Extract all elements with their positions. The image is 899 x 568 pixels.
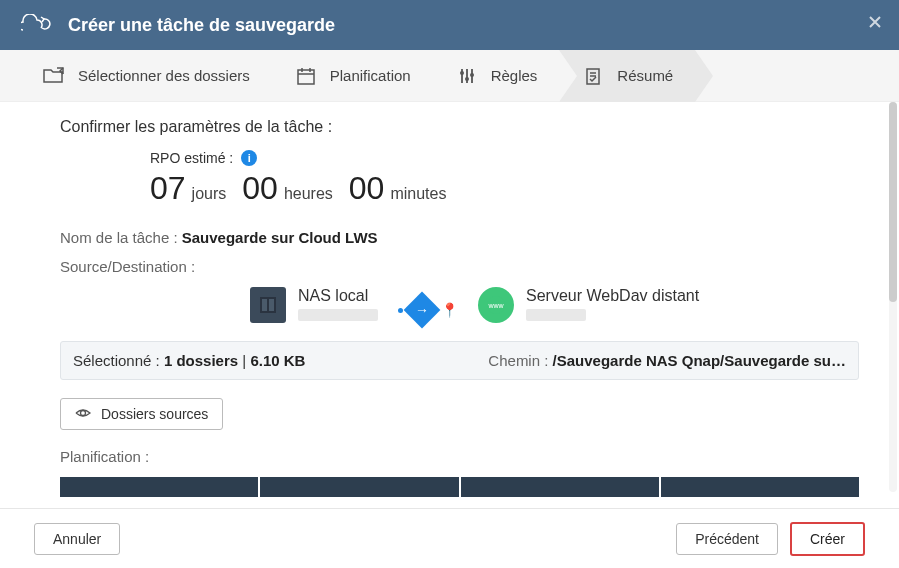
step-select-folders[interactable]: Sélectionner des dossiers [20,50,272,102]
rpo-hours-unit: heures [284,185,333,203]
nas-icon [250,287,286,323]
cancel-button[interactable]: Annuler [34,523,120,555]
rpo-days: 07 [150,170,186,207]
source-item: NAS local [250,287,378,323]
content-area: Confirmer les paramètres de la tâche : R… [0,102,899,508]
step-planning[interactable]: Planification [272,50,433,102]
source-dest-row: NAS local → 📍 www Serveur WebDav distant [250,287,859,323]
step-label: Résumé [617,67,673,84]
selected-size: 6.10 KB [250,352,305,369]
source-dest-label: Source/Destination : [60,258,859,275]
path-value: /Sauvegarde NAS Qnap/Sauvegarde su… [553,352,846,369]
source-folders-label: Dossiers sources [101,406,208,422]
close-button[interactable] [865,12,885,32]
calendar-icon [294,64,318,88]
step-rules[interactable]: Règles [433,50,560,102]
svg-text:www: www [487,302,504,309]
svg-rect-7 [269,299,274,311]
path-label: Chemin : [488,352,552,369]
planning-label: Planification : [60,448,859,465]
step-summary[interactable]: Résumé [559,50,695,102]
step-label: Planification [330,67,411,84]
arrow-icon: → [404,292,441,329]
task-name-label: Nom de la tâche : [60,229,178,246]
previous-button[interactable]: Précédent [676,523,778,555]
rpo-days-unit: jours [192,185,227,203]
info-icon[interactable]: i [241,150,257,166]
dialog-title: Créer une tâche de sauvegarde [68,15,335,36]
rpo-label: RPO estimé : [150,150,233,166]
svg-rect-6 [262,299,267,311]
step-label: Règles [491,67,538,84]
selection-right: Chemin : /Sauvegarde NAS Qnap/Sauvegarde… [488,352,846,369]
folder-select-icon [42,64,66,88]
wizard-steps: Sélectionner des dossiers Planification … [0,50,899,102]
source-sub-placeholder [298,309,378,321]
dest-name: Serveur WebDav distant [526,287,699,305]
task-name-row: Nom de la tâche : Sauvegarde sur Cloud L… [60,229,859,246]
rpo-minutes-unit: minutes [390,185,446,203]
create-button[interactable]: Créer [790,522,865,556]
summary-icon [581,64,605,88]
dialog-footer: Annuler Précédent Créer [0,508,899,568]
dest-item: www Serveur WebDav distant [478,287,699,323]
backup-icon [20,13,52,37]
svg-point-10 [81,411,86,416]
rpo-hours: 00 [242,170,278,207]
eye-icon [75,406,91,422]
table-col [661,477,859,497]
dot-icon [398,308,403,313]
selected-label: Sélectionné : [73,352,164,369]
svg-rect-0 [298,70,314,84]
table-col [461,477,659,497]
confirm-heading: Confirmer les paramètres de la tâche : [60,118,859,136]
source-folders-button[interactable]: Dossiers sources [60,398,223,430]
schedule-table-header [60,477,859,497]
svg-point-2 [465,77,469,81]
selected-folders: 1 dossiers [164,352,238,369]
dialog-header: Créer une tâche de sauvegarde [0,0,899,50]
dest-sub-placeholder [526,309,586,321]
content-scrollbar[interactable] [889,102,897,492]
selection-left: Sélectionné : 1 dossiers | 6.10 KB [73,352,305,369]
table-col [260,477,458,497]
source-name: NAS local [298,287,378,305]
webdav-icon: www [478,287,514,323]
rpo-minutes: 00 [349,170,385,207]
sliders-icon [455,64,479,88]
pin-icon: 📍 [441,302,458,318]
svg-point-1 [460,71,464,75]
rpo-values: 07 jours 00 heures 00 minutes [150,170,859,207]
table-col [60,477,258,497]
selection-summary: Sélectionné : 1 dossiers | 6.10 KB Chemi… [60,341,859,380]
step-label: Sélectionner des dossiers [78,67,250,84]
svg-point-3 [470,73,474,77]
direction-arrow: → 📍 [398,297,458,323]
task-name-value: Sauvegarde sur Cloud LWS [182,229,378,246]
